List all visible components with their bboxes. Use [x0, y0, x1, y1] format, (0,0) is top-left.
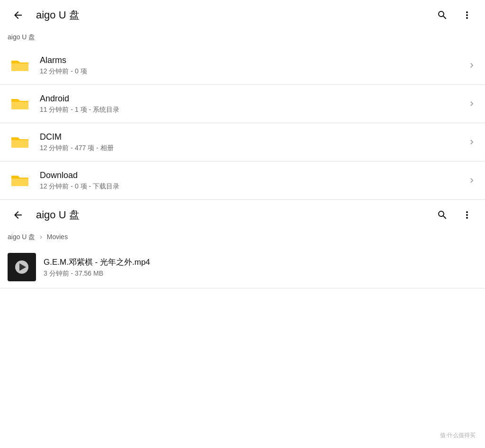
back-button-1[interactable] [8, 5, 28, 26]
toolbar-actions-1 [432, 5, 477, 26]
folder-icon-alarms [8, 53, 32, 78]
folder-meta-android: 11 分钟前 - 1 项 - 系统目录 [40, 106, 466, 114]
toolbar-title-2: aigo U 盘 [36, 208, 432, 222]
folder-icon-dcim [8, 130, 32, 154]
folder-meta-dcim: 12 分钟前 - 477 项 - 相册 [40, 144, 466, 152]
file-name-mp4: G.E.M.邓紫棋 - 光年之外.mp4 [44, 257, 477, 268]
file-info-mp4: G.E.M.邓紫棋 - 光年之外.mp4 3 分钟前 - 37.56 MB [44, 257, 477, 278]
panel-2: aigo U 盘 aigo U 盘 › Movies [0, 200, 485, 288]
folder-info-android: Android 11 分钟前 - 1 项 - 系统目录 [40, 94, 466, 114]
back-icon-1 [12, 9, 24, 21]
breadcrumb-2: aigo U 盘 › Movies [0, 230, 485, 246]
toolbar-title-1: aigo U 盘 [36, 8, 432, 22]
more-icon-1 [461, 9, 473, 21]
folder-item-dcim[interactable]: DCIM 12 分钟前 - 477 项 - 相册 [0, 123, 485, 161]
watermark: 值·什么值得买 [438, 430, 477, 440]
play-circle [15, 260, 28, 274]
toolbar-2: aigo U 盘 [0, 200, 485, 230]
play-triangle [19, 263, 26, 271]
more-button-2[interactable] [457, 205, 477, 225]
folder-svg-download [9, 169, 31, 192]
folder-item-download[interactable]: Download 12 分钟前 - 0 项 - 下载目录 [0, 161, 485, 200]
breadcrumb-1: aigo U 盘 [0, 30, 485, 46]
folder-icon-download [8, 168, 32, 193]
folder-meta-download: 12 分钟前 - 0 项 - 下载目录 [40, 182, 466, 191]
chevron-android [466, 98, 477, 109]
file-thumbnail-mp4 [8, 253, 36, 281]
panel-1: aigo U 盘 aigo U 盘 [0, 0, 485, 200]
folder-info-alarms: Alarms 12 分钟前 - 0 项 [40, 55, 466, 76]
folder-name-android: Android [40, 94, 466, 104]
toolbar-actions-2 [432, 205, 477, 225]
search-icon-1 [437, 9, 448, 21]
more-icon-2 [461, 209, 473, 221]
toolbar-1: aigo U 盘 [0, 0, 485, 30]
file-list-2: G.E.M.邓紫棋 - 光年之外.mp4 3 分钟前 - 37.56 MB [0, 246, 485, 288]
folder-svg-dcim [9, 131, 31, 153]
folder-item-alarms[interactable]: Alarms 12 分钟前 - 0 项 [0, 46, 485, 85]
chevron-download [466, 175, 477, 186]
back-icon-2 [12, 209, 24, 221]
chevron-icon-android [467, 99, 476, 108]
folder-item-android[interactable]: Android 11 分钟前 - 1 项 - 系统目录 [0, 85, 485, 123]
folder-svg-android [9, 92, 31, 115]
folder-info-download: Download 12 分钟前 - 0 项 - 下载目录 [40, 170, 466, 191]
chevron-alarms [466, 60, 477, 71]
breadcrumb-sep-2: › [40, 233, 42, 241]
folder-name-dcim: DCIM [40, 132, 466, 142]
breadcrumb-current-2: Movies [47, 233, 68, 241]
chevron-icon-dcim [467, 137, 476, 147]
chevron-icon-download [467, 176, 476, 185]
folder-icon-android [8, 91, 32, 116]
search-icon-2 [437, 209, 448, 221]
file-item-mp4[interactable]: G.E.M.邓紫棋 - 光年之外.mp4 3 分钟前 - 37.56 MB [0, 246, 485, 288]
chevron-dcim [466, 136, 477, 148]
back-button-2[interactable] [8, 205, 28, 225]
folder-list-1: Alarms 12 分钟前 - 0 项 Android 11 分钟前 - 1 项… [0, 46, 485, 200]
folder-name-download: Download [40, 170, 466, 180]
folder-name-alarms: Alarms [40, 55, 466, 65]
search-button-1[interactable] [432, 5, 453, 26]
folder-svg-alarms [9, 54, 31, 77]
folder-meta-alarms: 12 分钟前 - 0 项 [40, 67, 466, 76]
chevron-icon-alarms [467, 61, 476, 70]
breadcrumb-root-1: aigo U 盘 [8, 33, 35, 41]
breadcrumb-root-2[interactable]: aigo U 盘 [8, 233, 35, 241]
file-meta-mp4: 3 分钟前 - 37.56 MB [44, 269, 477, 278]
more-button-1[interactable] [457, 5, 477, 26]
folder-info-dcim: DCIM 12 分钟前 - 477 项 - 相册 [40, 132, 466, 152]
search-button-2[interactable] [432, 205, 453, 225]
